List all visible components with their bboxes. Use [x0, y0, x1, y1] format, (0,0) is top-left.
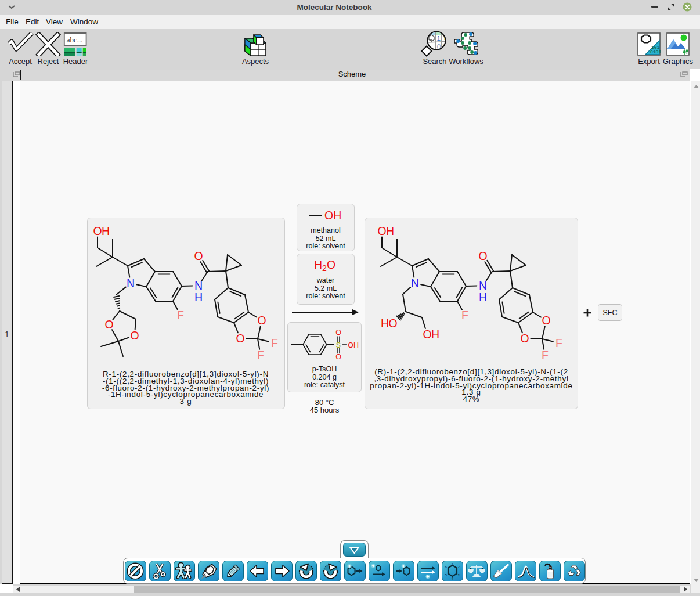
svg-text:5: 5 [445, 573, 448, 576]
svg-text:6: 6 [445, 565, 448, 569]
svg-text:1: 1 [437, 35, 441, 42]
svg-text:2: 2 [458, 565, 460, 569]
svg-text:01010: 01010 [650, 49, 661, 55]
svg-text:4: 4 [452, 577, 454, 580]
svg-text:3: 3 [458, 573, 460, 576]
svg-text:abc...: abc... [67, 35, 83, 44]
